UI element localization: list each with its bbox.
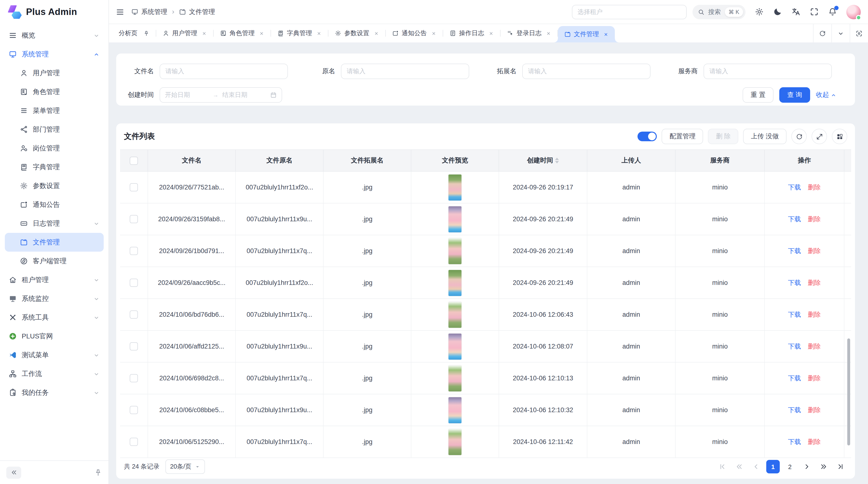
select-all-checkbox[interactable]: [130, 156, 138, 165]
delete-link[interactable]: 删除: [808, 438, 821, 446]
page-button-1[interactable]: 1: [766, 460, 780, 474]
preview-thumbnail[interactable]: [448, 301, 462, 328]
filter-input-file-name[interactable]: 请输入: [160, 64, 288, 79]
pin-icon[interactable]: [94, 468, 102, 477]
sidebar-item-system-management[interactable]: 系统管理: [5, 45, 104, 64]
collapse-filter-link[interactable]: 收起: [816, 91, 837, 99]
row-checkbox[interactable]: [130, 247, 138, 255]
delete-link[interactable]: 删除: [808, 215, 821, 223]
table-toggle[interactable]: [638, 132, 657, 141]
fullscreen-icon[interactable]: [810, 7, 819, 17]
column-header-2[interactable]: 文件拓展名: [323, 150, 411, 171]
row-checkbox[interactable]: [130, 311, 138, 319]
column-header-3[interactable]: 文件预览: [411, 150, 499, 171]
close-icon[interactable]: [259, 31, 264, 36]
tab-operation-log[interactable]: 操作日志: [443, 24, 500, 42]
download-link[interactable]: 下载: [788, 406, 801, 414]
column-header-0[interactable]: 文件名: [148, 150, 236, 171]
tab-fullscreen-button[interactable]: [850, 24, 868, 42]
tab-login-log[interactable]: 登录日志: [500, 24, 557, 42]
filter-input-original-name[interactable]: 请输入: [341, 64, 469, 79]
sidebar-item-system-tools[interactable]: 系统工具: [5, 308, 104, 327]
jump-forward-button[interactable]: [817, 460, 830, 474]
row-checkbox[interactable]: [130, 279, 138, 287]
jump-back-button[interactable]: [733, 460, 746, 474]
language-icon[interactable]: [791, 7, 801, 17]
sidebar-item-dept-management[interactable]: 部门管理: [5, 120, 104, 139]
sidebar-collapse-button[interactable]: [6, 466, 21, 479]
close-icon[interactable]: [546, 31, 551, 36]
preview-thumbnail[interactable]: [448, 429, 462, 455]
delete-link[interactable]: 删除: [808, 279, 821, 287]
refresh-table-button[interactable]: [791, 129, 807, 144]
sidebar-item-log-management[interactable]: 日志管理: [5, 214, 104, 233]
tab-role-management[interactable]: 角色管理: [214, 24, 271, 42]
upload-button[interactable]: 上传 没做: [743, 129, 786, 144]
sidebar-item-menu-management[interactable]: 菜单管理: [5, 101, 104, 120]
tab-dropdown-button[interactable]: [831, 24, 850, 42]
delete-link[interactable]: 删除: [808, 342, 821, 351]
column-header-4[interactable]: 创建时间: [499, 150, 587, 171]
sidebar-item-client-management[interactable]: 客户端管理: [5, 252, 104, 270]
hamburger-icon[interactable]: [116, 7, 124, 16]
filter-input-provider[interactable]: 请输入: [704, 64, 832, 79]
column-header-1[interactable]: 文件原名: [236, 150, 323, 171]
download-link[interactable]: 下载: [788, 310, 801, 319]
close-icon[interactable]: [431, 31, 436, 36]
delete-link[interactable]: 删除: [808, 374, 821, 383]
sidebar-item-test-menu[interactable]: 测试菜单: [5, 346, 104, 364]
download-link[interactable]: 下载: [788, 438, 801, 446]
column-header-6[interactable]: 服务商: [676, 150, 765, 171]
sidebar-item-user-management[interactable]: 用户管理: [5, 64, 104, 83]
download-link[interactable]: 下载: [788, 247, 801, 255]
sidebar-item-overview[interactable]: 概览: [5, 26, 104, 45]
filter-input-extension[interactable]: 请输入: [522, 64, 651, 79]
column-header-7[interactable]: 操作: [765, 150, 844, 171]
download-link[interactable]: 下载: [788, 183, 801, 192]
tab-notice[interactable]: 通知公告: [386, 24, 443, 42]
tab-analysis[interactable]: 分析页: [112, 24, 156, 42]
close-icon[interactable]: [202, 31, 207, 36]
row-checkbox[interactable]: [130, 183, 138, 191]
close-icon[interactable]: [489, 31, 494, 36]
sidebar-item-post-management[interactable]: 岗位管理: [5, 139, 104, 158]
download-link[interactable]: 下载: [788, 374, 801, 383]
sidebar-item-notice[interactable]: 通知公告: [5, 195, 104, 214]
preview-thumbnail[interactable]: [448, 270, 462, 296]
column-header-5[interactable]: 上传人: [587, 150, 676, 171]
sidebar-item-workflow[interactable]: 工作流: [5, 364, 104, 383]
last-page-button[interactable]: [834, 460, 847, 474]
tab-user-management[interactable]: 用户管理: [156, 24, 213, 42]
close-icon[interactable]: [603, 32, 609, 37]
table-fullscreen-button[interactable]: [812, 129, 827, 144]
page-button-2[interactable]: 2: [783, 460, 797, 474]
column-settings-button[interactable]: [832, 129, 847, 144]
delete-link[interactable]: 删除: [808, 406, 821, 414]
sidebar-item-gitee-records[interactable]: gitee记录: [5, 402, 104, 407]
config-management-button[interactable]: 配置管理: [662, 129, 703, 144]
vertical-scrollbar-thumb[interactable]: [847, 338, 850, 445]
prev-page-button[interactable]: [749, 460, 763, 474]
page-size-select[interactable]: 20条/页: [165, 459, 205, 474]
sidebar-item-system-monitor[interactable]: 系统监控: [5, 289, 104, 308]
settings-icon[interactable]: [755, 7, 764, 17]
row-checkbox[interactable]: [130, 438, 138, 446]
tab-param-settings[interactable]: 参数设置: [329, 24, 385, 42]
search-pill[interactable]: 搜索 ⌘ K: [692, 5, 745, 19]
avatar[interactable]: [846, 5, 861, 19]
tenant-select[interactable]: 选择租户: [572, 5, 686, 19]
next-page-button[interactable]: [800, 460, 813, 474]
sidebar-item-file-management[interactable]: 文件管理: [5, 233, 104, 252]
sort-icon[interactable]: [555, 158, 559, 163]
breadcrumb-parent[interactable]: 系统管理: [141, 7, 167, 16]
reset-button[interactable]: 重 置: [743, 87, 774, 103]
dark-mode-icon[interactable]: [773, 7, 782, 17]
delete-link[interactable]: 删除: [808, 247, 821, 255]
delete-link[interactable]: 删除: [808, 310, 821, 319]
sidebar-item-plus-website[interactable]: PLUS官网: [5, 327, 104, 346]
row-checkbox[interactable]: [130, 406, 138, 414]
query-button[interactable]: 查 询: [779, 87, 810, 103]
sidebar-item-dict-management[interactable]: 字典管理: [5, 158, 104, 176]
preview-thumbnail[interactable]: [448, 365, 462, 391]
row-checkbox[interactable]: [130, 215, 138, 223]
